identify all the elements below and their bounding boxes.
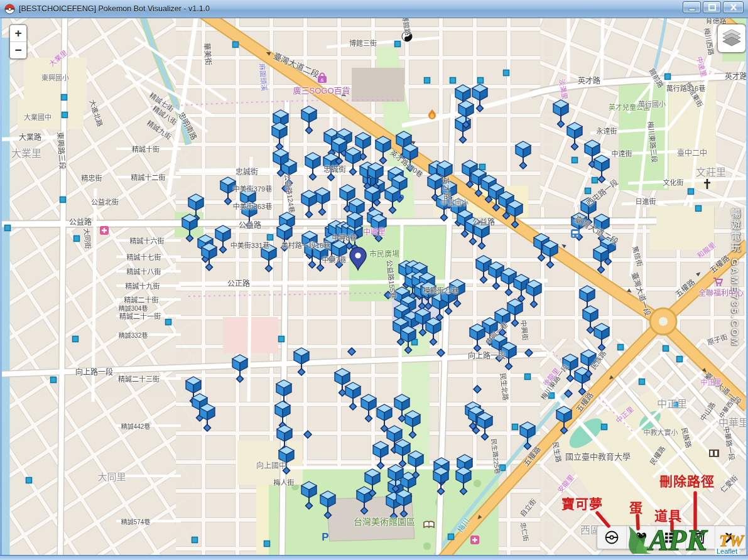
app-window: 臺灣大道二段臺灣大道二段臺灣大道一段臺灣大道一段五權路五權路五權路五權路梅川公益… bbox=[0, 0, 748, 560]
map-canvas[interactable]: 臺灣大道二段臺灣大道二段臺灣大道一段臺灣大道一段五權路五權路五權路五權路梅川公益… bbox=[0, 18, 748, 555]
zoom-in-button[interactable]: + bbox=[10, 25, 26, 42]
layers-icon bbox=[722, 30, 741, 47]
window-border-left bbox=[0, 18, 2, 560]
window-border-bottom[interactable] bbox=[0, 555, 748, 560]
zoom-out-button[interactable]: − bbox=[10, 42, 26, 58]
eggs-icon bbox=[634, 530, 649, 545]
leaflet-attribution[interactable]: Leaflet bbox=[715, 547, 739, 555]
tools-icon bbox=[723, 530, 738, 545]
layers-button[interactable] bbox=[718, 24, 745, 52]
pokeball-icon bbox=[4, 4, 15, 14]
minimize-button[interactable] bbox=[683, 1, 701, 13]
zoom-control: + − bbox=[10, 25, 26, 58]
trash-icon bbox=[693, 530, 708, 545]
list-icon bbox=[663, 530, 678, 545]
bottom-toolbar bbox=[597, 525, 746, 549]
close-button[interactable] bbox=[723, 1, 744, 13]
maximize-button[interactable] bbox=[703, 1, 721, 13]
pokemon-button[interactable] bbox=[597, 526, 627, 549]
items-button[interactable] bbox=[656, 526, 686, 549]
pokeball-icon bbox=[604, 530, 619, 545]
title-bar[interactable]: [BESTCHOICEFENG] Pokemon Bot Visualizer … bbox=[0, 0, 748, 18]
tools-button[interactable] bbox=[715, 526, 745, 549]
window-title: [BESTCHOICEFENG] Pokemon Bot Visualizer … bbox=[19, 4, 210, 13]
map-base bbox=[0, 18, 748, 555]
egg-button[interactable] bbox=[627, 526, 656, 549]
delete-route-button[interactable] bbox=[686, 526, 715, 549]
